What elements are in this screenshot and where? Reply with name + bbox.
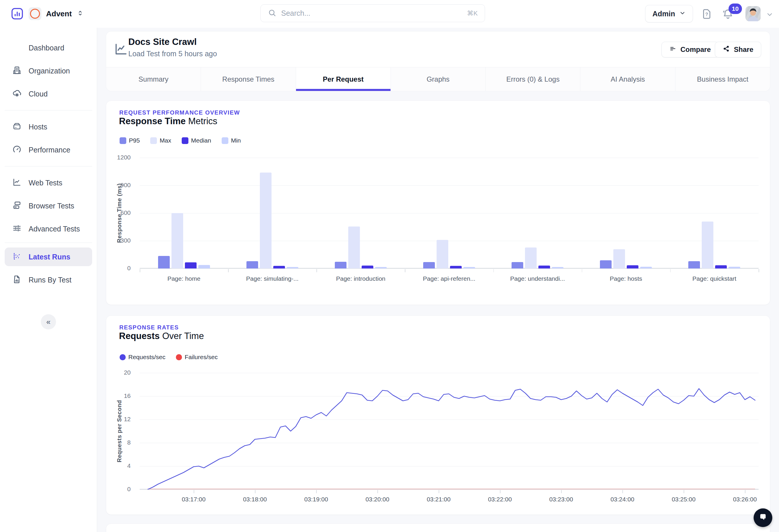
bar <box>335 262 347 268</box>
align-lines-icon <box>669 45 676 54</box>
bar <box>158 256 170 268</box>
bar <box>552 267 563 268</box>
bar <box>437 240 448 268</box>
y-tick-label: 16 <box>124 392 131 399</box>
tab-business-impact[interactable]: Business Impact <box>675 67 770 91</box>
axis-tick <box>194 490 194 493</box>
browser-tests-icon <box>12 201 21 211</box>
bar <box>627 265 639 268</box>
bar <box>525 248 537 268</box>
chevron-up-down-icon <box>76 9 84 18</box>
sidebar-item-advanced-tests[interactable]: Advanced Tests <box>5 219 92 238</box>
app-logo[interactable] <box>10 6 24 21</box>
cloud-settings-icon <box>12 89 21 99</box>
y-tick-label: 4 <box>127 462 131 469</box>
sidebar-collapse-button[interactable]: « <box>41 314 56 329</box>
bar <box>728 267 740 268</box>
tab-errors-logs[interactable]: Errors (0) & Logs <box>486 67 580 91</box>
y-tick-label: 300 <box>120 237 131 244</box>
axis-tick <box>500 490 500 493</box>
tab-per-request[interactable]: Per Request <box>296 67 391 91</box>
page-subtitle: Load Test from 5 hours ago <box>128 50 217 58</box>
bar-chart-legend: P95 Max Median Min <box>120 137 241 144</box>
org-name: Advent <box>46 9 72 18</box>
tab-response-times[interactable]: Response Times <box>201 67 296 91</box>
bar <box>198 265 210 268</box>
sidebar-item-dashboard[interactable]: Dashboard <box>5 39 92 57</box>
category-label: Page: introduction <box>316 275 405 282</box>
search-shortcut: ⌘K <box>467 10 478 17</box>
x-tick-label: 03:21:00 <box>427 496 451 503</box>
tab-graphs[interactable]: Graphs <box>391 67 486 91</box>
sidebar-item-runs-by-test[interactable]: Runs By Test <box>5 270 92 289</box>
sidebar-item-browser-tests[interactable]: Browser Tests <box>5 196 92 215</box>
category-label: Page: simulating-... <box>228 275 316 282</box>
bar <box>260 173 272 268</box>
sidebar-item-cloud[interactable]: Cloud <box>5 84 92 103</box>
bar <box>538 266 550 268</box>
admin-menu-button[interactable]: Admin <box>645 5 693 22</box>
user-avatar[interactable] <box>745 6 761 21</box>
legend-item-failures[interactable]: Failures/sec <box>176 353 218 360</box>
y-tick-label: 20 <box>124 369 131 376</box>
legend-item-min[interactable]: Min <box>222 137 241 144</box>
run-tabs: Summary Response Times Per Request Graph… <box>106 67 770 91</box>
card-eyebrow: RESPONSE RATES <box>119 324 179 331</box>
legend-item-requests[interactable]: Requests/sec <box>120 353 165 360</box>
org-avatar <box>28 7 42 20</box>
legend-item-p95[interactable]: P95 <box>120 137 140 144</box>
legend-swatch <box>150 137 157 144</box>
bar-group <box>493 158 582 268</box>
axis-tick <box>622 490 623 493</box>
dashboard-icon <box>12 43 21 53</box>
bar <box>688 261 700 268</box>
response-time-metrics-card: REQUEST PERFORMANCE OVERVIEW Response Ti… <box>106 101 770 305</box>
x-tick-label: 03:18:00 <box>243 496 267 503</box>
sidebar-divider <box>5 110 92 111</box>
bar-group <box>670 158 759 268</box>
bar <box>450 266 462 269</box>
legend-item-median[interactable]: Median <box>182 137 211 144</box>
organization-icon <box>12 66 21 76</box>
x-tick-label: 03:26:00 <box>733 496 757 503</box>
collapse-chevrons-icon: « <box>46 318 51 327</box>
line-axis-ticks <box>140 490 759 493</box>
legend-item-max[interactable]: Max <box>150 137 171 144</box>
axis-tick <box>316 269 317 272</box>
org-switcher[interactable]: Advent <box>28 7 84 20</box>
bar <box>613 249 625 268</box>
bar-y-axis: 03006009001200 <box>106 158 135 268</box>
sidebar-item-web-tests[interactable]: Web Tests <box>5 174 92 192</box>
bar-chart-logo-icon <box>10 17 24 22</box>
sidebar-item-latest-runs[interactable]: Latest Runs <box>5 248 92 266</box>
chat-widget-button[interactable] <box>754 509 772 527</box>
sidebar-item-performance[interactable]: Performance <box>5 140 92 159</box>
bar <box>423 262 435 268</box>
x-tick-label: 03:17:00 <box>182 496 205 503</box>
x-tick-label: 03:25:00 <box>672 496 696 503</box>
category-label: Page: home <box>140 275 228 282</box>
compare-button[interactable]: Compare <box>661 42 719 57</box>
bar-category-labels: Page: homePage: simulating-...Page: intr… <box>140 275 759 282</box>
legend-dot <box>120 354 126 360</box>
sidebar-item-organization[interactable]: Organization <box>5 62 92 80</box>
share-button[interactable]: Share <box>715 42 761 57</box>
legend-swatch <box>120 137 126 144</box>
sidebar-item-hosts[interactable]: Hosts <box>5 118 92 136</box>
line-chart-legend: Requests/sec Failures/sec <box>120 353 218 360</box>
bar <box>362 266 373 268</box>
help-button[interactable]: ? <box>701 8 713 21</box>
next-card-partial <box>106 524 770 532</box>
user-menu-chevron[interactable] <box>766 11 773 19</box>
x-tick-label: 03:22:00 <box>488 496 512 503</box>
y-tick-label: 0 <box>127 265 131 272</box>
bar <box>287 267 298 268</box>
search-input[interactable] <box>281 9 462 17</box>
category-label: Page: understandi... <box>493 275 582 282</box>
web-tests-chart-icon <box>12 178 21 188</box>
tab-summary[interactable]: Summary <box>106 67 201 91</box>
y-tick-label: 12 <box>124 416 131 423</box>
tab-ai-analysis[interactable]: AI Analysis <box>580 67 675 91</box>
bar <box>512 262 523 268</box>
latest-runs-scatter-icon <box>12 252 21 262</box>
